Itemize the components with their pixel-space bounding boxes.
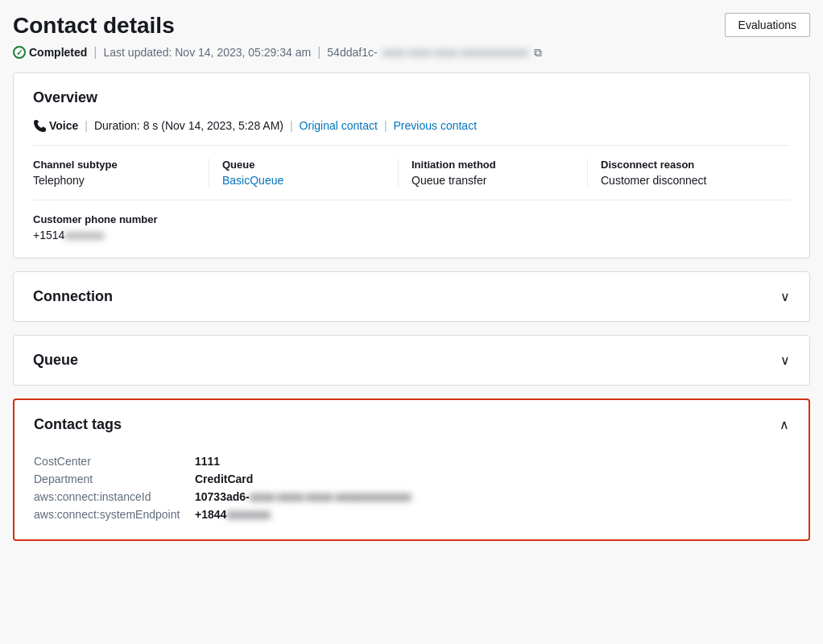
- phone-blurred: xxxxxxx: [64, 229, 104, 242]
- page-header: Contact details Evaluations: [13, 13, 810, 39]
- phone-value: +1514xxxxxxx: [33, 229, 790, 242]
- queue-chevron-down-icon: ∨: [780, 353, 790, 368]
- tag-value-blurred: xxxx-xxxx-xxxx-xxxxxxxxxxxx: [250, 490, 412, 503]
- original-contact-link[interactable]: Original contact: [300, 119, 378, 132]
- page-title: Contact details: [13, 13, 175, 39]
- voice-row: Voice | Duration: 8 s (Nov 14, 2023, 5:2…: [33, 119, 790, 132]
- disconnect-reason-value: Customer disconnect: [601, 174, 764, 187]
- initiation-method-value: Queue transfer: [412, 174, 574, 187]
- contact-id: 54ddaf1c-xxxx-xxxx-xxxx-xxxxxxxxxxxx ⧉: [327, 46, 541, 60]
- tag-value: CreditCard: [195, 470, 789, 488]
- queue-card: Queue ∨: [13, 335, 810, 386]
- connection-card: Connection ∨: [13, 271, 810, 322]
- contact-tags-card: Contact tags ∧ CostCenter1111DepartmentC…: [13, 398, 810, 541]
- queue-value: BasicQueue: [222, 174, 385, 187]
- tag-value: +1844xxxxxxx: [195, 506, 789, 523]
- previous-contact-link[interactable]: Previous contact: [394, 119, 478, 132]
- duration-text: Duration: 8 s (Nov 14, 2023, 5:28 AM): [94, 119, 283, 132]
- channel-subtype-value: Telephony: [33, 174, 196, 187]
- tag-key: CostCenter: [34, 452, 195, 470]
- tag-row: aws:connect:instanceId10733ad6-xxxx-xxxx…: [34, 488, 789, 506]
- contact-tags-chevron-up-icon: ∧: [780, 417, 789, 432]
- contact-tags-title: Contact tags: [34, 416, 122, 433]
- status-text: Completed: [29, 46, 87, 59]
- disconnect-reason-col: Disconnect reason Customer disconnect: [601, 159, 777, 187]
- tag-row: CostCenter1111: [34, 452, 789, 470]
- connection-title: Connection: [33, 288, 113, 305]
- tag-value: 1111: [195, 452, 789, 470]
- evaluations-button[interactable]: Evaluations: [725, 13, 810, 37]
- phone-icon: [33, 119, 46, 132]
- queue-header[interactable]: Queue ∨: [14, 336, 809, 385]
- tag-key: Department: [34, 470, 195, 488]
- phone-label: Customer phone number: [33, 213, 790, 225]
- initiation-method-col: Initiation method Queue transfer: [412, 159, 588, 187]
- overview-card: Overview Voice | Duration: 8 s (Nov 14, …: [13, 72, 810, 258]
- channel-subtype-label: Channel subtype: [33, 159, 196, 171]
- copy-icon[interactable]: ⧉: [534, 46, 542, 60]
- queue-label: Queue: [222, 159, 385, 171]
- tag-row: DepartmentCreditCard: [34, 470, 789, 488]
- status-completed: ✓ Completed: [13, 46, 87, 59]
- tag-value-blurred: xxxxxxx: [226, 508, 271, 521]
- tag-row: aws:connect:systemEndpoint+1844xxxxxxx: [34, 506, 789, 523]
- connection-header[interactable]: Connection ∨: [14, 272, 809, 321]
- tag-key: aws:connect:instanceId: [34, 488, 195, 506]
- status-bar: ✓ Completed | Last updated: Nov 14, 2023…: [13, 45, 810, 60]
- tag-value: 10733ad6-xxxx-xxxx-xxxx-xxxxxxxxxxxx: [195, 488, 789, 506]
- tags-table: CostCenter1111DepartmentCreditCardaws:co…: [34, 452, 789, 523]
- initiation-method-label: Initiation method: [412, 159, 574, 171]
- contact-id-blurred: xxxx-xxxx-xxxx-xxxxxxxxxxxx: [383, 46, 529, 59]
- phone-section: Customer phone number +1514xxxxxxx: [33, 200, 790, 242]
- queue-link[interactable]: BasicQueue: [222, 174, 283, 187]
- contact-id-prefix: 54ddaf1c-: [327, 46, 377, 59]
- last-updated: Last updated: Nov 14, 2023, 05:29:34 am: [104, 46, 312, 59]
- separator-1: |: [93, 45, 97, 60]
- queue-section-title: Queue: [33, 352, 78, 369]
- details-grid: Channel subtype Telephony Queue BasicQue…: [33, 145, 790, 187]
- disconnect-reason-label: Disconnect reason: [601, 159, 764, 171]
- contact-tags-content: CostCenter1111DepartmentCreditCardaws:co…: [34, 452, 789, 523]
- channel-subtype-col: Channel subtype Telephony: [33, 159, 209, 187]
- separator-2: |: [317, 45, 321, 60]
- queue-col: Queue BasicQueue: [222, 159, 399, 187]
- overview-title: Overview: [33, 89, 790, 106]
- contact-tags-header[interactable]: Contact tags ∧: [34, 416, 789, 443]
- connection-chevron-down-icon: ∨: [780, 289, 790, 304]
- tag-key: aws:connect:systemEndpoint: [34, 506, 195, 523]
- voice-channel: Voice: [33, 119, 78, 132]
- completed-check-icon: ✓: [13, 46, 26, 59]
